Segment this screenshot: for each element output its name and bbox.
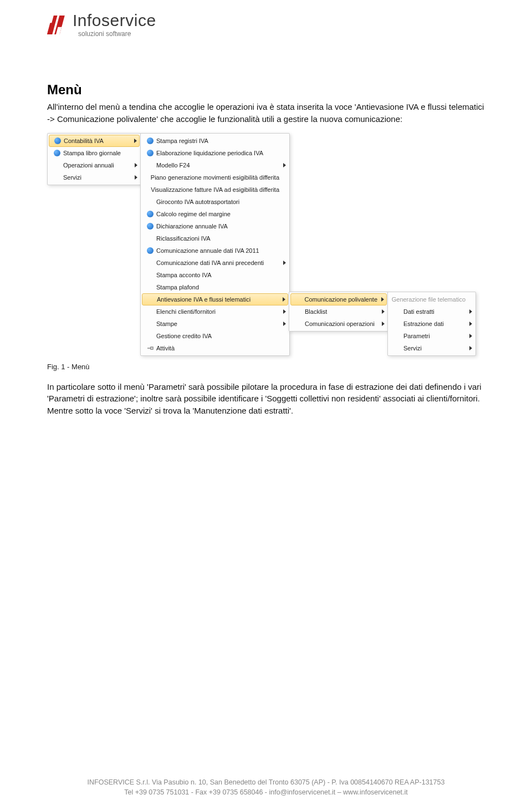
menu-item-label: Estrazione dati bbox=[403, 320, 466, 327]
menu-screenshot: Contabilità IVAStampa libro giornaleOper… bbox=[47, 133, 485, 356]
menu-item-label: Dichiarazione annuale IVA bbox=[156, 223, 279, 230]
menu-item[interactable]: Stampa acconto IVA bbox=[142, 269, 288, 281]
menu-column-2: Stampa registri IVAElaborazione liquidaz… bbox=[140, 133, 290, 356]
menu-item[interactable]: Contabilità IVA bbox=[49, 135, 140, 147]
menu-item-label: Calcolo regime del margine bbox=[156, 211, 279, 217]
submenu-arrow-icon bbox=[469, 346, 472, 350]
menu-column-4: Generazione file telematicoDati estratti… bbox=[387, 292, 476, 356]
menu-item[interactable]: Dati estratti bbox=[389, 305, 474, 318]
footer-line-2: Tel +39 0735 751031 - Fax +39 0735 65804… bbox=[0, 787, 532, 798]
logo-title: Infoservice bbox=[73, 12, 156, 29]
menu-item-label: Visualizzazione fatture IVA ad esigibili… bbox=[151, 186, 279, 193]
submenu-arrow-icon bbox=[469, 309, 472, 314]
menu-item-label: Blacklist bbox=[305, 308, 378, 315]
globe-icon bbox=[144, 247, 156, 254]
figure-caption: Fig. 1 - Menù bbox=[47, 363, 485, 371]
menu-item[interactable]: Dichiarazione annuale IVA bbox=[142, 220, 288, 232]
menu-item[interactable]: Stampe bbox=[142, 318, 288, 330]
menu-item[interactable]: Comunicazione polivalente bbox=[290, 293, 387, 305]
menu-item[interactable]: Giroconto IVA autotrasportatori bbox=[142, 196, 288, 208]
key-icon bbox=[144, 345, 156, 351]
menu-item-label: Elenchi clienti/fornitori bbox=[156, 308, 279, 315]
menu-item[interactable]: Calcolo regime del margine bbox=[142, 208, 288, 220]
page: Infoservice soluzioni software Menù All'… bbox=[0, 0, 532, 417]
logo-mark bbox=[47, 14, 68, 35]
menu-item[interactable]: Comunicazione annuale dati IVA 2011 bbox=[142, 244, 288, 257]
globe-icon bbox=[52, 137, 64, 144]
menu-item-label: Dati estratti bbox=[403, 308, 466, 315]
menu-item-label: Stampe bbox=[156, 320, 279, 327]
globe-icon bbox=[144, 223, 156, 230]
menu-item-label: Comunicazione polivalente bbox=[305, 296, 377, 303]
menu-item[interactable]: Visualizzazione fatture IVA ad esigibili… bbox=[142, 184, 288, 196]
menu-item-label: Attività bbox=[156, 345, 279, 351]
section-heading: Menù bbox=[47, 82, 485, 98]
page-footer: INFOSERVICE S.r.l. Via Pasubio n. 10, Sa… bbox=[0, 777, 532, 798]
menu-item[interactable]: Blacklist bbox=[290, 305, 387, 318]
menu-item[interactable]: Estrazione dati bbox=[389, 318, 474, 330]
submenu-arrow-icon bbox=[283, 261, 286, 265]
menu-column-1: Contabilità IVAStampa libro giornaleOper… bbox=[47, 133, 141, 185]
menu-item-label: Antievasione IVA e flussi telematici bbox=[157, 296, 279, 303]
menu-item-label: Contabilità IVA bbox=[64, 137, 130, 144]
submenu-arrow-icon bbox=[134, 139, 137, 143]
menu-item[interactable]: Antievasione IVA e flussi telematici bbox=[142, 293, 288, 305]
menu-item-label: Comunicazione dati IVA anni precedenti bbox=[156, 259, 279, 266]
globe-icon bbox=[51, 150, 63, 156]
menu-item[interactable]: Servizi bbox=[49, 171, 140, 184]
menu-item[interactable]: Attività bbox=[142, 342, 288, 354]
menu-item-label: Piano generazione movimenti esigibilità … bbox=[151, 174, 279, 181]
submenu-arrow-icon bbox=[283, 322, 286, 326]
menu-item-label: Riclassificazioni IVA bbox=[156, 235, 279, 242]
submenu-arrow-icon bbox=[283, 297, 285, 302]
footer-line-1: INFOSERVICE S.r.l. Via Pasubio n. 10, Sa… bbox=[0, 777, 532, 788]
menu-item-label: Operazioni annuali bbox=[63, 162, 131, 169]
menu-item[interactable]: Operazioni annuali bbox=[49, 159, 140, 171]
globe-icon bbox=[144, 150, 156, 156]
menu-item[interactable]: Parametri bbox=[389, 330, 474, 342]
submenu-arrow-icon bbox=[283, 309, 286, 314]
menu-item[interactable]: Servizi bbox=[389, 342, 474, 354]
menu-item-label: Parametri bbox=[403, 333, 466, 339]
globe-icon bbox=[144, 137, 156, 144]
menu-item[interactable]: Comunicazioni operazioni bbox=[290, 318, 387, 330]
paragraph-intro: All'interno del menù a tendina che accog… bbox=[47, 101, 485, 125]
submenu-arrow-icon bbox=[283, 163, 286, 167]
menu-item-label: Stampa acconto IVA bbox=[156, 272, 279, 278]
menu-item[interactable]: Elaborazione liquidazione periodica IVA bbox=[142, 147, 288, 159]
menu-item-label: Comunicazione annuale dati IVA 2011 bbox=[156, 247, 279, 254]
menu-item[interactable]: Stampa libro giornale bbox=[49, 147, 140, 159]
submenu-arrow-icon bbox=[135, 163, 137, 167]
menu-column-3: Comunicazione polivalenteBlacklistComuni… bbox=[289, 292, 388, 332]
menu-item-label: Stampa registri IVA bbox=[156, 137, 279, 144]
submenu-arrow-icon bbox=[382, 322, 385, 326]
menu-item[interactable]: Comunicazione dati IVA anni precedenti bbox=[142, 257, 288, 269]
menu-item-label: Elaborazione liquidazione periodica IVA bbox=[156, 150, 279, 156]
globe-icon bbox=[144, 211, 156, 217]
menu-item[interactable]: Stampa registri IVA bbox=[142, 135, 288, 147]
submenu-arrow-icon bbox=[382, 309, 385, 314]
menu-item-label: Generazione file telematico bbox=[392, 296, 466, 303]
menu-item[interactable]: Riclassificazioni IVA bbox=[142, 232, 288, 244]
menu-item-label: Stampa libro giornale bbox=[63, 150, 131, 156]
menu-item-label: Servizi bbox=[63, 174, 131, 181]
menu-item: Generazione file telematico bbox=[389, 293, 474, 305]
submenu-arrow-icon bbox=[381, 297, 384, 302]
menu-item-label: Giroconto IVA autotrasportatori bbox=[156, 198, 279, 205]
menu-item-label: Gestione credito IVA bbox=[156, 333, 279, 339]
submenu-arrow-icon bbox=[469, 334, 472, 338]
menu-item-label: Modello F24 bbox=[156, 162, 279, 169]
menu-item[interactable]: Elenchi clienti/fornitori bbox=[142, 305, 288, 318]
logo-subtitle: soluzioni software bbox=[78, 30, 156, 38]
menu-item[interactable]: Modello F24 bbox=[142, 159, 288, 171]
paragraph-details: In particolare sotto il menù 'Parametri'… bbox=[47, 381, 485, 417]
menu-item[interactable]: Gestione credito IVA bbox=[142, 330, 288, 342]
menu-item-label: Comunicazioni operazioni bbox=[305, 320, 378, 327]
menu-item[interactable]: Stampa plafond bbox=[142, 281, 288, 293]
menu-item-label: Servizi bbox=[403, 345, 466, 351]
menu-item[interactable]: Piano generazione movimenti esigibilità … bbox=[142, 171, 288, 184]
logo: Infoservice soluzioni software bbox=[47, 12, 485, 38]
submenu-arrow-icon bbox=[469, 322, 472, 326]
submenu-arrow-icon bbox=[135, 175, 137, 180]
menu-item-label: Stampa plafond bbox=[156, 284, 279, 291]
